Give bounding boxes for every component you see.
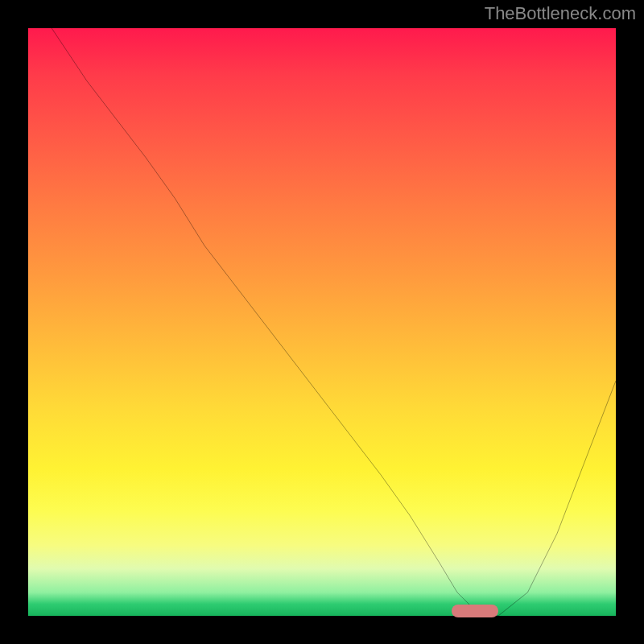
optimal-marker [452, 605, 498, 617]
plot-area [28, 28, 616, 616]
bottleneck-curve [28, 28, 616, 616]
watermark-text: TheBottleneck.com [485, 3, 636, 24]
